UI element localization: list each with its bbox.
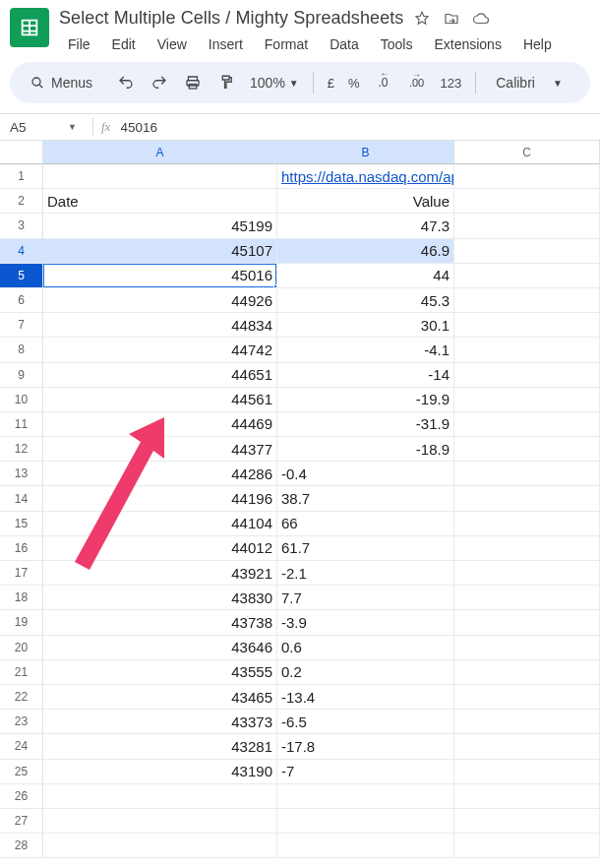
cell[interactable] <box>454 610 600 635</box>
cell[interactable]: -13.4 <box>277 685 454 710</box>
cell[interactable]: 46.9 <box>277 239 454 264</box>
cell[interactable]: 45107 <box>43 239 277 264</box>
menu-file[interactable]: File <box>59 32 99 56</box>
menu-tools[interactable]: Tools <box>372 32 422 56</box>
cell[interactable] <box>454 660 600 685</box>
cell[interactable]: 45.3 <box>277 288 454 313</box>
cell[interactable]: 43465 <box>43 685 277 710</box>
print-button[interactable] <box>179 69 207 96</box>
nasdaq-link[interactable]: https://data.nasdaq.com/ap <box>281 168 454 185</box>
row-header[interactable]: 7 <box>0 313 43 338</box>
cell[interactable]: 45199 <box>43 214 277 238</box>
cell[interactable] <box>454 388 600 412</box>
row-header[interactable]: 10 <box>0 388 43 412</box>
cell[interactable] <box>454 437 600 462</box>
redo-button[interactable] <box>146 69 173 96</box>
cell[interactable] <box>454 412 600 437</box>
row-header[interactable]: 14 <box>0 486 43 511</box>
row-header[interactable]: 13 <box>0 462 43 486</box>
cell[interactable]: 44651 <box>43 363 277 388</box>
row-header[interactable]: 16 <box>0 536 43 561</box>
formula-value[interactable]: 45016 <box>120 120 157 135</box>
cell[interactable] <box>43 164 277 189</box>
cell[interactable]: 47.3 <box>277 214 454 238</box>
increase-decimal-button[interactable]: .00→ <box>403 69 431 96</box>
cell[interactable] <box>454 685 600 710</box>
cell[interactable]: 43281 <box>43 734 277 759</box>
cell[interactable] <box>454 512 600 536</box>
name-box[interactable]: A5 ▼ <box>6 120 85 135</box>
cell[interactable] <box>454 486 600 511</box>
cell[interactable] <box>454 239 600 264</box>
menu-help[interactable]: Help <box>514 32 561 56</box>
cell[interactable]: -7 <box>277 760 454 784</box>
cell[interactable] <box>454 834 600 858</box>
cell[interactable]: 43646 <box>43 636 277 660</box>
cell[interactable]: Date <box>43 189 277 214</box>
row-header[interactable]: 19 <box>0 610 43 635</box>
row-header[interactable]: 18 <box>0 586 43 610</box>
cell[interactable]: 43555 <box>43 660 277 685</box>
row-header[interactable]: 1 <box>0 164 43 189</box>
menu-data[interactable]: Data <box>321 32 368 56</box>
row-header[interactable]: 17 <box>0 561 43 586</box>
cell[interactable]: 44012 <box>43 536 277 561</box>
cell[interactable] <box>454 363 600 388</box>
paint-format-button[interactable] <box>212 69 240 96</box>
decrease-decimal-button[interactable]: .0← <box>370 69 397 96</box>
cell[interactable]: -19.9 <box>277 388 454 412</box>
doc-title[interactable]: Select Multiple Cells / Mighty Spreadshe… <box>59 8 403 29</box>
cell[interactable] <box>454 189 600 214</box>
cell[interactable] <box>454 734 600 759</box>
cell[interactable]: 44561 <box>43 388 277 412</box>
row-header[interactable]: 25 <box>0 760 43 784</box>
row-header[interactable]: 28 <box>0 834 43 858</box>
cell[interactable]: 44 <box>277 264 454 288</box>
cell[interactable]: 45016 <box>43 264 277 288</box>
cell[interactable] <box>454 784 600 809</box>
cell[interactable]: 43190 <box>43 760 277 784</box>
cell[interactable]: 0.6 <box>277 636 454 660</box>
cell[interactable]: 7.7 <box>277 586 454 610</box>
cell[interactable] <box>454 313 600 338</box>
cell[interactable]: -17.8 <box>277 734 454 759</box>
menu-edit[interactable]: Edit <box>103 32 145 56</box>
cell[interactable]: -14 <box>277 363 454 388</box>
cell[interactable] <box>454 636 600 660</box>
cell[interactable]: 66 <box>277 512 454 536</box>
menu-extensions[interactable]: Extensions <box>425 32 510 56</box>
cell[interactable]: https://data.nasdaq.com/ap <box>277 164 454 189</box>
cell[interactable]: -18.9 <box>277 437 454 462</box>
cell[interactable] <box>277 834 454 858</box>
cell[interactable]: 0.2 <box>277 660 454 685</box>
cloud-status-icon[interactable] <box>472 10 490 28</box>
column-header-a[interactable]: A <box>43 141 277 164</box>
cell[interactable]: 44469 <box>43 412 277 437</box>
row-header[interactable]: 8 <box>0 338 43 362</box>
row-header[interactable]: 27 <box>0 809 43 834</box>
cell[interactable]: 43738 <box>43 610 277 635</box>
move-icon[interactable] <box>443 10 460 28</box>
cell[interactable] <box>454 264 600 288</box>
cell[interactable]: 43830 <box>43 586 277 610</box>
row-header[interactable]: 26 <box>0 784 43 809</box>
star-icon[interactable] <box>413 10 431 28</box>
cell[interactable]: 43921 <box>43 561 277 586</box>
menu-insert[interactable]: Insert <box>200 32 252 56</box>
row-header[interactable]: 4 <box>0 239 43 264</box>
cell[interactable]: 44926 <box>43 288 277 313</box>
cell[interactable] <box>43 809 277 834</box>
font-select[interactable]: Calibri ▼ <box>486 75 569 91</box>
select-all-corner[interactable] <box>0 141 43 164</box>
cell[interactable]: 44286 <box>43 462 277 486</box>
cell[interactable] <box>454 809 600 834</box>
search-menus-button[interactable]: Menus <box>20 69 106 96</box>
cell[interactable] <box>454 760 600 784</box>
cell[interactable]: 44104 <box>43 512 277 536</box>
row-header[interactable]: 6 <box>0 288 43 313</box>
cell[interactable]: 44834 <box>43 313 277 338</box>
row-header[interactable]: 12 <box>0 437 43 462</box>
cell[interactable]: 30.1 <box>277 313 454 338</box>
cell[interactable] <box>277 809 454 834</box>
percent-button[interactable]: % <box>344 69 364 96</box>
